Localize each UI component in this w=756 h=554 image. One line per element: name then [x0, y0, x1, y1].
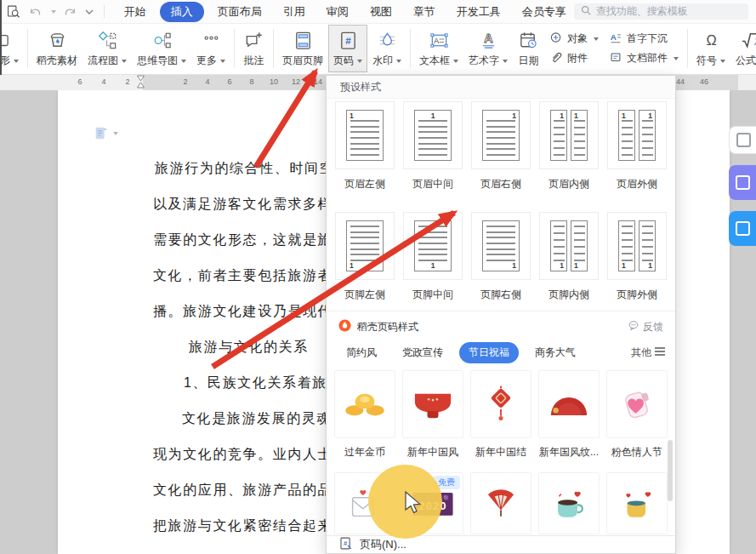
preset-style-item[interactable]: 1页脚右侧: [470, 212, 531, 302]
menu-tab-5[interactable]: 审阅: [319, 3, 356, 21]
symbol-button[interactable]: Ω 符号: [691, 25, 730, 72]
page-number-dialog-item[interactable]: # 页码(N)...: [327, 535, 675, 553]
sticker-style-item[interactable]: [470, 472, 531, 534]
doc-parts-icon: [609, 50, 622, 66]
page-number-digit: 1: [431, 112, 435, 120]
mini-page-line: [642, 232, 653, 234]
flowchart-button[interactable]: 流程图: [82, 25, 132, 72]
preset-style-item[interactable]: 1页眉左侧: [334, 101, 395, 191]
menubar: 开始插入页面布局引用审阅视图章节开发工具会员专享 查找功能、搜索模板: [0, 0, 756, 24]
side-tool-button-3[interactable]: [729, 211, 756, 246]
search-box[interactable]: 查找功能、搜索模板: [574, 3, 748, 20]
menu-tab-8[interactable]: 开发工具: [449, 3, 509, 21]
document-text-line: 文化的应用、旅游产品的品位: [153, 482, 348, 500]
mindmap-icon: [151, 29, 173, 52]
sticker-style-item[interactable]: 过年金币: [334, 370, 395, 460]
mini-page-line: [418, 243, 447, 244]
drop-cap-button[interactable]: A 首字下沉: [609, 31, 679, 47]
sticker-style-item[interactable]: 新年中国结: [470, 370, 531, 460]
redo-icon[interactable]: [64, 6, 77, 18]
sticker-style-item[interactable]: [538, 472, 600, 534]
undo-icon[interactable]: [28, 6, 42, 18]
feedback-button[interactable]: 反馈: [628, 320, 663, 334]
comment-button[interactable]: 批注: [238, 25, 270, 72]
paste-options-button[interactable]: [94, 126, 118, 141]
style-category-tab[interactable]: 商务大气: [526, 342, 585, 363]
style-category-tab[interactable]: 简约风: [337, 342, 386, 363]
more-categories-button[interactable]: 其他: [631, 346, 665, 360]
preset-style-item[interactable]: 1页脚左侧: [334, 212, 395, 302]
watermark-button[interactable]: 水印: [367, 25, 406, 72]
style-category-tab[interactable]: 节日祝福: [459, 342, 519, 363]
wordart-button[interactable]: A 艺术字: [463, 25, 513, 72]
side-tool-button-1[interactable]: [729, 126, 756, 154]
mindmap-button[interactable]: 思维导图: [132, 25, 191, 72]
print-preview-icon[interactable]: [6, 4, 20, 19]
docer-assets-button[interactable]: 稻壳素材: [31, 25, 82, 72]
ruler-number: 12: [292, 77, 300, 86]
document-text-line: 现为文化的竞争。业内人士都: [153, 446, 348, 464]
doc-parts-button[interactable]: 文档部件: [609, 50, 679, 66]
header-footer-button[interactable]: 页眉页脚: [277, 25, 328, 72]
formula-button[interactable]: X 公式: [730, 25, 756, 72]
mini-page-line: [554, 239, 565, 241]
menu-tab-4[interactable]: 引用: [276, 3, 313, 21]
more-dots-icon: [201, 29, 222, 52]
preset-style-item[interactable]: 11页眉外侧: [606, 101, 668, 191]
attachment-button[interactable]: 附件: [549, 50, 599, 66]
page-number-button[interactable]: # 页码: [328, 25, 367, 72]
mini-page-line: [554, 246, 565, 248]
more-tools-button[interactable]: 更多: [191, 25, 230, 72]
preset-style-item[interactable]: 1页眉中间: [402, 101, 463, 191]
ruler-number: 44: [676, 77, 685, 86]
menu-tab-1[interactable]: 开始: [117, 3, 154, 21]
menu-tab-7[interactable]: 章节: [406, 3, 443, 21]
sticker-style-item[interactable]: 新年国风纹...: [538, 370, 600, 460]
mini-page-line: [486, 260, 515, 261]
mini-page-lines: [574, 226, 585, 261]
sticker-style-item[interactable]: 粉色情人节: [606, 370, 668, 460]
footer-presets-row: 1页脚左侧1页脚中间1页脚右侧11页脚内侧11页脚外侧: [334, 212, 671, 302]
object-button[interactable]: 对象: [549, 31, 599, 47]
mini-page-line: [418, 248, 447, 250]
side-tool-icon-3: [736, 221, 750, 236]
page-number-icon: #: [338, 29, 359, 52]
menu-tab-2[interactable]: 插入: [160, 2, 204, 22]
preset-style-label: 页脚左侧: [344, 288, 385, 302]
mini-page: 1: [482, 220, 520, 271]
textbox-button[interactable]: A 文本框: [414, 25, 463, 72]
preset-style-item[interactable]: 11页脚内侧: [538, 212, 600, 302]
mini-page-line: [642, 246, 653, 248]
sticker-style-label: 新年中国风: [407, 445, 458, 460]
mini-page-line: [350, 260, 379, 261]
mini-page-line: [486, 237, 515, 238]
mini-page-line: [554, 140, 565, 142]
preset-style-item[interactable]: 1页脚中间: [402, 212, 463, 302]
preset-style-item[interactable]: 11页眉内侧: [538, 101, 600, 191]
undo-dropdown-caret[interactable]: [49, 10, 56, 14]
mini-page-line: [486, 248, 515, 250]
menu-tab-9[interactable]: 会员专享: [514, 3, 574, 21]
menu-tab-3[interactable]: 页面布局: [210, 3, 270, 21]
panel-scrollbar-thumb[interactable]: [668, 440, 673, 501]
mini-page-line: [350, 248, 379, 250]
sticker-style-item[interactable]: 新年中国风: [402, 370, 463, 460]
mini-page-line: [574, 154, 585, 156]
date-icon: [518, 29, 539, 52]
menu-tab-6[interactable]: 视图: [362, 3, 400, 21]
page-number-digit: 1: [574, 112, 578, 120]
preset-style-item[interactable]: 1页眉右侧: [470, 101, 531, 191]
customize-toolbar-chevron-icon[interactable]: [85, 9, 94, 14]
ruler-number: 4: [205, 77, 209, 86]
mini-page-line: [642, 226, 653, 227]
date-button[interactable]: 日期: [513, 25, 544, 72]
preset-style-item[interactable]: 11页脚外侧: [606, 212, 668, 302]
mini-page-line: [642, 127, 653, 129]
side-tool-button-2[interactable]: [729, 165, 756, 200]
style-category-tab[interactable]: 党政宣传: [393, 342, 452, 363]
shapes-button-partial[interactable]: 形: [0, 25, 24, 72]
indent-marker-icon[interactable]: [136, 75, 145, 93]
feedback-icon: [628, 320, 639, 334]
sticker-style-item[interactable]: [606, 472, 668, 534]
sticker-image-heart-jar: [606, 370, 668, 438]
